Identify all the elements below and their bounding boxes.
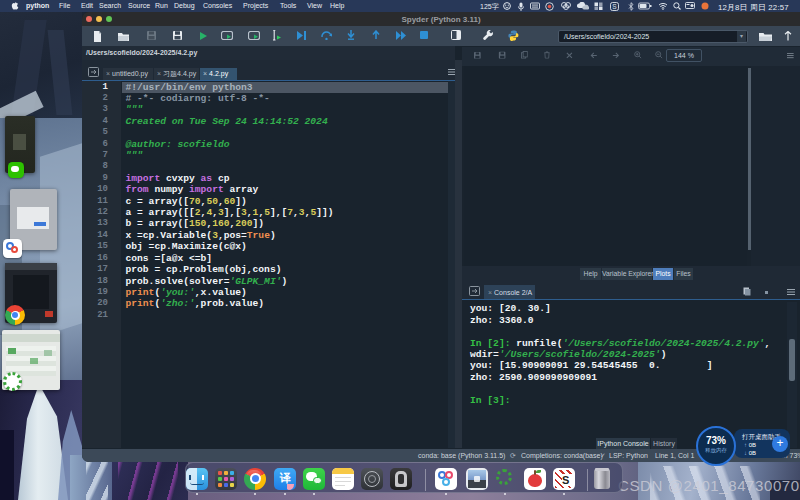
svg-text:S: S — [612, 3, 617, 10]
